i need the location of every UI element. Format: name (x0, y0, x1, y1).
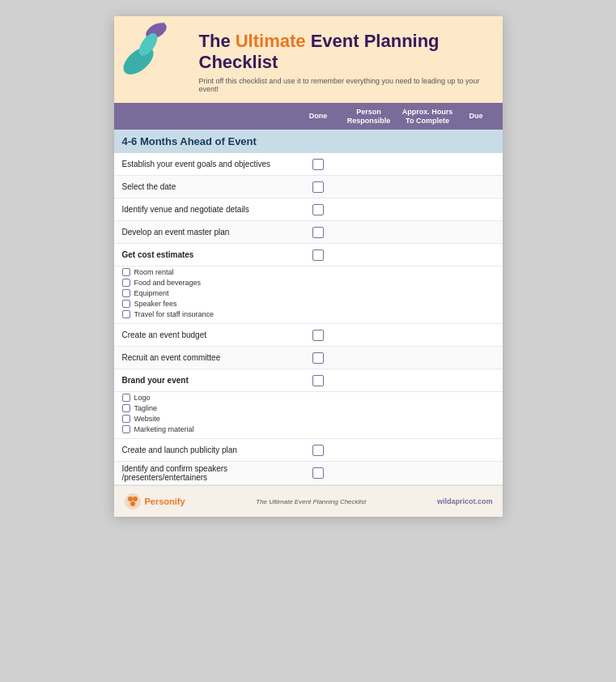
table-row: Get cost estimates (114, 244, 503, 266)
subitems-list: Logo Tagline Website Marketing material (122, 394, 296, 433)
list-item: Travel for staff insurance (122, 310, 296, 318)
checkbox-cell (296, 181, 341, 193)
sub-item-label: Travel for staff insurance (134, 310, 215, 318)
done-checkbox[interactable] (312, 159, 324, 170)
checkbox-cell (296, 249, 341, 261)
doc-footer: Personify The Ultimate Event Planning Ch… (114, 485, 503, 517)
done-checkbox[interactable] (312, 249, 324, 261)
sub-item-label: Speaker fees (134, 300, 177, 308)
checkbox-cell (296, 375, 341, 386)
row-label: Brand your event (122, 376, 296, 385)
list-item: Food and beverages (122, 279, 296, 287)
due-cell (397, 394, 458, 433)
svg-point-6 (128, 497, 133, 501)
col-done: Done (296, 108, 341, 126)
footer-left: Personify (124, 492, 185, 510)
row-label: Develop an event master plan (122, 228, 296, 237)
table-row: Identify and confirm speakers /presenter… (114, 462, 503, 485)
list-item: Marketing material (122, 425, 296, 433)
personify-logo: Personify (124, 492, 185, 510)
table-row: Select the date (114, 176, 503, 198)
page-wrapper: The Ultimate Event Planning Checklist Pr… (0, 0, 616, 682)
list-item: Website (122, 415, 296, 423)
sub-checkbox[interactable] (122, 289, 130, 297)
row-label: Create an event budget (122, 330, 296, 339)
sub-checkbox[interactable] (122, 404, 130, 412)
subitems-row: Room rental Food and beverages Equipment… (114, 266, 503, 324)
sub-checkbox[interactable] (122, 300, 130, 308)
header-title: The Ultimate Event Planning Checklist (199, 31, 486, 74)
hours-cell (341, 394, 397, 433)
table-row: Establish your event goals and objective… (114, 153, 503, 176)
checkbox-cell (296, 467, 341, 479)
done-checkbox[interactable] (312, 330, 324, 341)
list-item: Equipment (122, 289, 296, 297)
col-task (122, 108, 296, 126)
due-cell (397, 268, 458, 318)
subitems-list: Room rental Food and beverages Equipment… (122, 268, 296, 318)
svg-point-7 (133, 497, 138, 501)
table-row: Develop an event master plan (114, 221, 503, 244)
section-header: 4-6 Months Ahead of Event (114, 130, 503, 153)
footer-center-text: The Ultimate Event Planning Checklist (256, 498, 366, 505)
sub-checkbox[interactable] (122, 394, 130, 402)
row-label: Create and launch publicity plan (122, 445, 296, 454)
sub-item-label: Room rental (134, 268, 174, 276)
header-text: The Ultimate Event Planning Checklist Pr… (130, 31, 486, 93)
svg-point-8 (130, 501, 135, 506)
done-checkbox[interactable] (312, 375, 324, 386)
sub-item-label: Equipment (134, 289, 169, 297)
done-checkbox[interactable] (312, 227, 324, 238)
col-hours: Approx. Hours To Complete (397, 108, 458, 126)
table-row: Create an event budget (114, 324, 503, 347)
leaf-decoration-icon (114, 16, 179, 81)
row-label: Get cost estimates (122, 250, 296, 259)
person-cell (296, 394, 341, 433)
checkbox-cell (296, 227, 341, 238)
sub-item-label: Logo (134, 394, 151, 402)
sub-checkbox[interactable] (122, 425, 130, 433)
footer-right-text: wildapricot.com (437, 497, 493, 505)
sub-item-label: Tagline (134, 404, 158, 412)
sub-checkbox[interactable] (122, 415, 130, 423)
row-label: Identify venue and negotiate details (122, 205, 296, 214)
list-item: Tagline (122, 404, 296, 412)
done-checkbox[interactable] (312, 204, 324, 215)
doc-header: The Ultimate Event Planning Checklist Pr… (114, 16, 503, 103)
sub-item-label: Food and beverages (134, 279, 202, 287)
done-checkbox[interactable] (312, 467, 324, 479)
sub-checkbox[interactable] (122, 279, 130, 287)
row-label: Identify and confirm speakers /presenter… (122, 464, 296, 482)
col-person: Person Responsible (341, 108, 397, 126)
document: The Ultimate Event Planning Checklist Pr… (114, 16, 503, 517)
row-label: Establish your event goals and objective… (122, 160, 296, 168)
col-due: Due (458, 108, 495, 126)
logo-text: Personify (145, 497, 185, 506)
hours-cell (341, 268, 397, 318)
done-checkbox[interactable] (312, 181, 324, 193)
checkbox-cell (296, 204, 341, 215)
title-highlight: Ultimate (236, 31, 306, 51)
table-row: Brand your event (114, 369, 503, 392)
checkbox-cell (296, 330, 341, 341)
table-row: Recruit an event committee (114, 347, 503, 369)
row-label: Select the date (122, 182, 296, 191)
personify-logo-icon (124, 492, 142, 510)
title-prefix: The (199, 31, 236, 51)
list-item: Logo (122, 394, 296, 402)
checkbox-cell (296, 352, 341, 364)
subitems-row: Logo Tagline Website Marketing material (114, 392, 503, 439)
done-checkbox[interactable] (312, 445, 324, 456)
checkbox-cell (296, 445, 341, 456)
table-row: Identify venue and negotiate details (114, 198, 503, 221)
checklist-table: Establish your event goals and objective… (114, 153, 503, 485)
sub-item-label: Website (134, 415, 160, 423)
checkbox-cell (296, 159, 341, 170)
sub-checkbox[interactable] (122, 268, 130, 276)
person-cell (296, 268, 341, 318)
list-item: Speaker fees (122, 300, 296, 308)
sub-checkbox[interactable] (122, 310, 130, 318)
sub-item-label: Marketing material (134, 425, 194, 433)
row-label: Recruit an event committee (122, 353, 296, 362)
done-checkbox[interactable] (312, 352, 324, 364)
